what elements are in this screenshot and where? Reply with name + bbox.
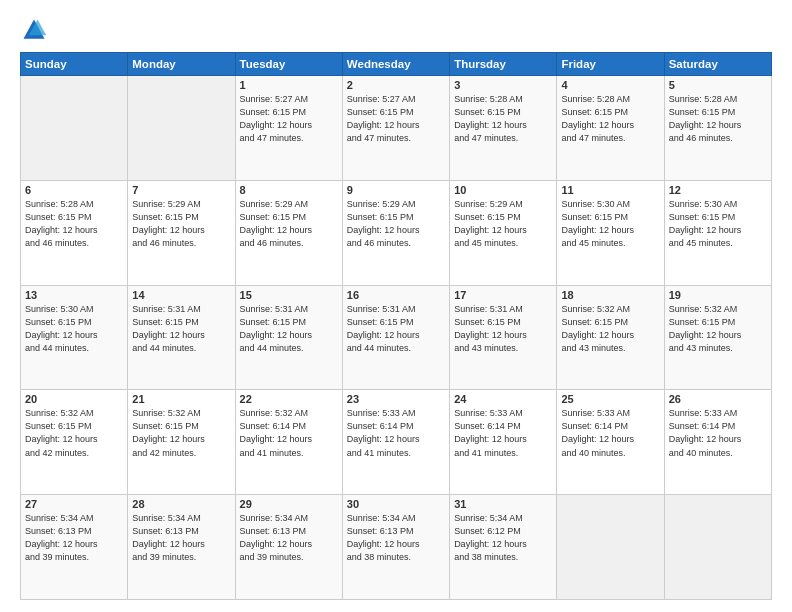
week-row-5: 27Sunrise: 5:34 AMSunset: 6:13 PMDayligh… [21, 495, 772, 600]
day-cell: 12Sunrise: 5:30 AMSunset: 6:15 PMDayligh… [664, 180, 771, 285]
day-info: Sunrise: 5:31 AMSunset: 6:15 PMDaylight:… [132, 303, 230, 355]
day-info: Sunrise: 5:33 AMSunset: 6:14 PMDaylight:… [347, 407, 445, 459]
day-info: Sunrise: 5:34 AMSunset: 6:13 PMDaylight:… [240, 512, 338, 564]
calendar-header: SundayMondayTuesdayWednesdayThursdayFrid… [21, 53, 772, 76]
day-info: Sunrise: 5:34 AMSunset: 6:13 PMDaylight:… [25, 512, 123, 564]
day-info: Sunrise: 5:33 AMSunset: 6:14 PMDaylight:… [454, 407, 552, 459]
day-cell: 11Sunrise: 5:30 AMSunset: 6:15 PMDayligh… [557, 180, 664, 285]
day-number: 13 [25, 289, 123, 301]
day-cell: 23Sunrise: 5:33 AMSunset: 6:14 PMDayligh… [342, 390, 449, 495]
day-cell: 19Sunrise: 5:32 AMSunset: 6:15 PMDayligh… [664, 285, 771, 390]
day-cell: 3Sunrise: 5:28 AMSunset: 6:15 PMDaylight… [450, 76, 557, 181]
day-number: 19 [669, 289, 767, 301]
day-cell: 7Sunrise: 5:29 AMSunset: 6:15 PMDaylight… [128, 180, 235, 285]
day-info: Sunrise: 5:32 AMSunset: 6:15 PMDaylight:… [132, 407, 230, 459]
day-cell: 27Sunrise: 5:34 AMSunset: 6:13 PMDayligh… [21, 495, 128, 600]
day-header-saturday: Saturday [664, 53, 771, 76]
day-info: Sunrise: 5:34 AMSunset: 6:13 PMDaylight:… [347, 512, 445, 564]
day-header-sunday: Sunday [21, 53, 128, 76]
week-row-1: 1Sunrise: 5:27 AMSunset: 6:15 PMDaylight… [21, 76, 772, 181]
day-info: Sunrise: 5:32 AMSunset: 6:15 PMDaylight:… [561, 303, 659, 355]
calendar: SundayMondayTuesdayWednesdayThursdayFrid… [20, 52, 772, 600]
day-cell: 20Sunrise: 5:32 AMSunset: 6:15 PMDayligh… [21, 390, 128, 495]
day-info: Sunrise: 5:32 AMSunset: 6:15 PMDaylight:… [669, 303, 767, 355]
day-info: Sunrise: 5:28 AMSunset: 6:15 PMDaylight:… [454, 93, 552, 145]
day-cell: 5Sunrise: 5:28 AMSunset: 6:15 PMDaylight… [664, 76, 771, 181]
day-number: 15 [240, 289, 338, 301]
day-info: Sunrise: 5:28 AMSunset: 6:15 PMDaylight:… [669, 93, 767, 145]
day-number: 12 [669, 184, 767, 196]
day-number: 17 [454, 289, 552, 301]
day-number: 1 [240, 79, 338, 91]
days-of-week-row: SundayMondayTuesdayWednesdayThursdayFrid… [21, 53, 772, 76]
day-cell [557, 495, 664, 600]
day-cell: 15Sunrise: 5:31 AMSunset: 6:15 PMDayligh… [235, 285, 342, 390]
day-cell: 1Sunrise: 5:27 AMSunset: 6:15 PMDaylight… [235, 76, 342, 181]
day-cell: 31Sunrise: 5:34 AMSunset: 6:12 PMDayligh… [450, 495, 557, 600]
day-number: 9 [347, 184, 445, 196]
day-cell: 14Sunrise: 5:31 AMSunset: 6:15 PMDayligh… [128, 285, 235, 390]
day-info: Sunrise: 5:28 AMSunset: 6:15 PMDaylight:… [25, 198, 123, 250]
day-info: Sunrise: 5:29 AMSunset: 6:15 PMDaylight:… [347, 198, 445, 250]
day-number: 2 [347, 79, 445, 91]
day-info: Sunrise: 5:29 AMSunset: 6:15 PMDaylight:… [454, 198, 552, 250]
day-cell: 26Sunrise: 5:33 AMSunset: 6:14 PMDayligh… [664, 390, 771, 495]
day-cell: 6Sunrise: 5:28 AMSunset: 6:15 PMDaylight… [21, 180, 128, 285]
day-cell: 8Sunrise: 5:29 AMSunset: 6:15 PMDaylight… [235, 180, 342, 285]
day-header-monday: Monday [128, 53, 235, 76]
day-info: Sunrise: 5:31 AMSunset: 6:15 PMDaylight:… [454, 303, 552, 355]
day-info: Sunrise: 5:30 AMSunset: 6:15 PMDaylight:… [669, 198, 767, 250]
day-info: Sunrise: 5:34 AMSunset: 6:12 PMDaylight:… [454, 512, 552, 564]
day-cell [128, 76, 235, 181]
day-cell: 16Sunrise: 5:31 AMSunset: 6:15 PMDayligh… [342, 285, 449, 390]
day-info: Sunrise: 5:32 AMSunset: 6:15 PMDaylight:… [25, 407, 123, 459]
day-info: Sunrise: 5:31 AMSunset: 6:15 PMDaylight:… [347, 303, 445, 355]
day-number: 26 [669, 393, 767, 405]
day-cell: 18Sunrise: 5:32 AMSunset: 6:15 PMDayligh… [557, 285, 664, 390]
day-number: 11 [561, 184, 659, 196]
day-number: 10 [454, 184, 552, 196]
day-cell [664, 495, 771, 600]
week-row-4: 20Sunrise: 5:32 AMSunset: 6:15 PMDayligh… [21, 390, 772, 495]
day-cell: 30Sunrise: 5:34 AMSunset: 6:13 PMDayligh… [342, 495, 449, 600]
day-cell: 4Sunrise: 5:28 AMSunset: 6:15 PMDaylight… [557, 76, 664, 181]
day-info: Sunrise: 5:33 AMSunset: 6:14 PMDaylight:… [669, 407, 767, 459]
day-number: 14 [132, 289, 230, 301]
day-number: 8 [240, 184, 338, 196]
day-number: 31 [454, 498, 552, 510]
day-cell: 24Sunrise: 5:33 AMSunset: 6:14 PMDayligh… [450, 390, 557, 495]
day-cell [21, 76, 128, 181]
day-info: Sunrise: 5:29 AMSunset: 6:15 PMDaylight:… [240, 198, 338, 250]
day-cell: 25Sunrise: 5:33 AMSunset: 6:14 PMDayligh… [557, 390, 664, 495]
day-header-thursday: Thursday [450, 53, 557, 76]
page: SundayMondayTuesdayWednesdayThursdayFrid… [0, 0, 792, 612]
day-info: Sunrise: 5:32 AMSunset: 6:14 PMDaylight:… [240, 407, 338, 459]
day-info: Sunrise: 5:31 AMSunset: 6:15 PMDaylight:… [240, 303, 338, 355]
day-cell: 22Sunrise: 5:32 AMSunset: 6:14 PMDayligh… [235, 390, 342, 495]
day-header-friday: Friday [557, 53, 664, 76]
day-number: 21 [132, 393, 230, 405]
day-info: Sunrise: 5:30 AMSunset: 6:15 PMDaylight:… [561, 198, 659, 250]
day-cell: 17Sunrise: 5:31 AMSunset: 6:15 PMDayligh… [450, 285, 557, 390]
day-info: Sunrise: 5:34 AMSunset: 6:13 PMDaylight:… [132, 512, 230, 564]
day-number: 6 [25, 184, 123, 196]
day-number: 25 [561, 393, 659, 405]
day-number: 23 [347, 393, 445, 405]
day-cell: 2Sunrise: 5:27 AMSunset: 6:15 PMDaylight… [342, 76, 449, 181]
logo-icon [20, 16, 48, 44]
week-row-2: 6Sunrise: 5:28 AMSunset: 6:15 PMDaylight… [21, 180, 772, 285]
day-number: 22 [240, 393, 338, 405]
day-number: 3 [454, 79, 552, 91]
day-number: 7 [132, 184, 230, 196]
day-number: 27 [25, 498, 123, 510]
day-number: 29 [240, 498, 338, 510]
day-info: Sunrise: 5:33 AMSunset: 6:14 PMDaylight:… [561, 407, 659, 459]
day-header-wednesday: Wednesday [342, 53, 449, 76]
calendar-body: 1Sunrise: 5:27 AMSunset: 6:15 PMDaylight… [21, 76, 772, 600]
day-cell: 28Sunrise: 5:34 AMSunset: 6:13 PMDayligh… [128, 495, 235, 600]
logo [20, 16, 52, 44]
day-number: 20 [25, 393, 123, 405]
day-cell: 10Sunrise: 5:29 AMSunset: 6:15 PMDayligh… [450, 180, 557, 285]
day-info: Sunrise: 5:28 AMSunset: 6:15 PMDaylight:… [561, 93, 659, 145]
day-cell: 21Sunrise: 5:32 AMSunset: 6:15 PMDayligh… [128, 390, 235, 495]
